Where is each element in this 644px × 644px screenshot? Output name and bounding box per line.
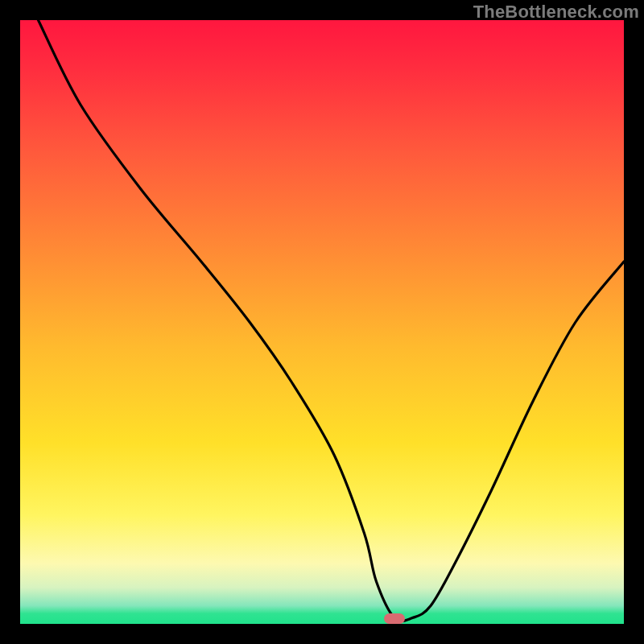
bottleneck-curve <box>20 20 624 624</box>
watermark-text: TheBottleneck.com <box>473 2 639 23</box>
chart-frame: TheBottleneck.com <box>0 0 644 644</box>
minimum-marker <box>384 613 405 624</box>
